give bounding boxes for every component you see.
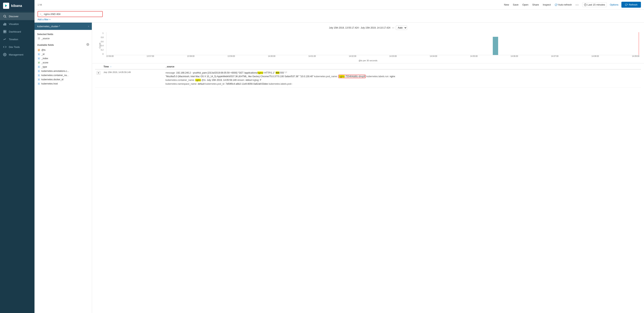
y-label-1: 1 xyxy=(102,32,104,34)
add-filter-button[interactable]: Add a filter + xyxy=(38,18,50,21)
message-prefix: 192.168.240.2 - youthful_pare [15/Jul/20… xyxy=(176,71,258,74)
chart-dash: — xyxy=(392,26,394,29)
time-cell: July 15th 2019, 14:05:59.149 xyxy=(102,69,164,87)
search-bar[interactable]: >_ nginx AND 404 xyxy=(38,11,103,17)
sidebar-item-timelion[interactable]: Timelion xyxy=(0,35,34,43)
pod-name-label: kubernetes.pod_name: xyxy=(314,75,338,78)
svg-point-1 xyxy=(4,15,6,17)
field-item-index[interactable]: t _index xyxy=(37,56,89,60)
refresh-button-label: Refresh xyxy=(629,3,638,6)
field-type-string-docker: t xyxy=(38,78,40,81)
inspect-button[interactable]: Inspect xyxy=(543,3,551,6)
refresh-button[interactable]: Refresh xyxy=(622,2,641,8)
field-item-id[interactable]: t _id xyxy=(37,52,89,56)
sidebar-item-dashboard-label: Dashboard xyxy=(9,30,21,33)
svg-point-12 xyxy=(88,44,88,45)
expand-row-button[interactable]: ▾ xyxy=(96,71,100,75)
field-item-type[interactable]: t _type xyxy=(37,65,89,69)
chart-x-labels: 13:56:00 13:57:00 13:58:00 13:59:00 14:0… xyxy=(106,55,640,59)
sidebar-item-discover[interactable]: Discover xyxy=(0,12,34,20)
interval-selector[interactable]: Auto xyxy=(396,26,407,30)
source-cell: message: 192.168.240.2 - youthful_pare [… xyxy=(164,69,641,87)
refresh-icon xyxy=(625,3,628,6)
options-button[interactable]: Options xyxy=(610,3,618,6)
field-type-string: t xyxy=(38,53,40,55)
clock-icon xyxy=(584,3,587,6)
hits-count: 1 hit xyxy=(38,3,42,6)
x-label-0: 13:56:00 xyxy=(106,55,114,59)
sidebar-item-management[interactable]: Management xyxy=(0,51,34,58)
y-label-08: 0.8 xyxy=(101,36,104,38)
field-name-index: _index xyxy=(42,57,48,60)
chart-time-range: July 15th 2019, 13:55:17.424 - July 15th… xyxy=(329,26,390,29)
field-item-source[interactable]: ? _source xyxy=(37,36,89,41)
namespace-value: default xyxy=(198,83,205,85)
prev-time-arrow[interactable]: ‹ xyxy=(576,3,576,6)
field-type-string-ann: t xyxy=(38,70,40,72)
topbar: 1 hit New Save Open Share Inspect Auto-r… xyxy=(34,0,644,9)
new-button[interactable]: New xyxy=(504,3,509,6)
selected-fields-header: Selected fields xyxy=(37,31,89,36)
field-name-annotations: kubernetes.annotations.c... xyxy=(42,70,69,72)
message-rest: 555 "-" xyxy=(280,71,287,74)
x-label-10: 14:06:00 xyxy=(510,55,518,59)
chart-header: July 15th 2019, 13:55:17.424 - July 15th… xyxy=(96,26,640,30)
field-item-host[interactable]: t kubernetes.host xyxy=(37,82,89,86)
body-area: kubernetes_cluster-* ‹ Selected fields ?… xyxy=(34,22,644,313)
sidebar-item-dashboard[interactable]: Dashboard xyxy=(0,28,34,35)
svg-point-10 xyxy=(4,54,5,55)
sidebar-brand-label: kibana xyxy=(11,4,22,8)
auto-refresh-button[interactable]: Auto-refresh xyxy=(555,3,572,6)
sidebar-item-management-label: Management xyxy=(9,53,24,56)
timelion-icon xyxy=(3,37,6,41)
field-item-container[interactable]: t kubernetes.container_na... xyxy=(37,73,89,77)
message-mid: / HTTP/1.1" xyxy=(263,71,276,74)
field-item-annotations[interactable]: t kubernetes.annotations.c... xyxy=(37,69,89,73)
pod-id-label: kubernetes.pod_id: xyxy=(205,83,225,85)
field-name-source: _source xyxy=(42,37,50,40)
sidebar-item-timelion-label: Timelion xyxy=(9,38,18,41)
table-row: ▾ July 15th 2019, 14:05:59.149 message: … xyxy=(95,69,641,87)
col-expand xyxy=(95,63,102,69)
gear-icon[interactable] xyxy=(86,43,89,46)
field-name-score: _score xyxy=(42,61,48,64)
table-header-row: Time ↑ _source xyxy=(95,63,641,69)
labels-pod-label: kubernetes.labels.pod– xyxy=(268,83,292,85)
dashboard-icon xyxy=(3,30,6,33)
search-prompt: >_ xyxy=(40,13,43,15)
results-area: Time ↑ _source ▾ July 15th 2019, 14:05:5… xyxy=(92,63,644,313)
sidebar-item-devtools-label: Dev Tools xyxy=(9,46,20,48)
sidebar-item-visualize[interactable]: Visualize xyxy=(0,20,34,28)
x-label-5: 14:01:00 xyxy=(308,55,316,59)
save-button[interactable]: Save xyxy=(513,3,519,6)
field-name-container: kubernetes.container_na... xyxy=(42,74,68,77)
x-label-7: 14:03:00 xyxy=(389,55,397,59)
chart-bar xyxy=(493,37,498,55)
available-fields-section: Available fields xyxy=(37,41,89,48)
y-label-02: 0.2 xyxy=(101,49,104,51)
results-table: Time ↑ _source ▾ July 15th 2019, 14:05:5… xyxy=(95,63,641,87)
field-item-ts[interactable]: @ @ts xyxy=(37,48,89,52)
collapse-panel-button[interactable]: ‹ xyxy=(88,24,89,28)
svg-line-2 xyxy=(5,17,6,18)
open-button[interactable]: Open xyxy=(522,3,528,6)
logtag-label: logtag: xyxy=(252,79,259,81)
chart-area xyxy=(106,32,640,55)
sidebar-item-devtools[interactable]: Dev Tools xyxy=(0,43,34,51)
field-type-string-type: t xyxy=(38,65,40,68)
main-content: 1 hit New Save Open Share Inspect Auto-r… xyxy=(34,0,644,313)
field-item-docker[interactable]: t kubernetes.docker_id xyxy=(37,77,89,82)
field-item-score[interactable]: # _score xyxy=(37,60,89,65)
y-label-04: 0.4 xyxy=(101,45,104,47)
sidebar-item-discover-label: Discover xyxy=(9,15,18,18)
time-picker[interactable]: Last 15 minutes xyxy=(582,2,607,7)
svg-rect-6 xyxy=(4,30,4,31)
x-label-3: 13:59:00 xyxy=(228,55,235,59)
x-label-2: 13:58:00 xyxy=(187,55,194,59)
next-time-arrow[interactable]: › xyxy=(578,3,578,6)
share-button[interactable]: Share xyxy=(532,3,539,6)
col-time-header[interactable]: Time ↑ xyxy=(102,63,164,69)
svg-rect-3 xyxy=(4,24,4,25)
pod-name-value: nginx-755464dd6c-dnvp9 xyxy=(338,75,366,78)
expand-cell: ▾ xyxy=(95,69,102,87)
